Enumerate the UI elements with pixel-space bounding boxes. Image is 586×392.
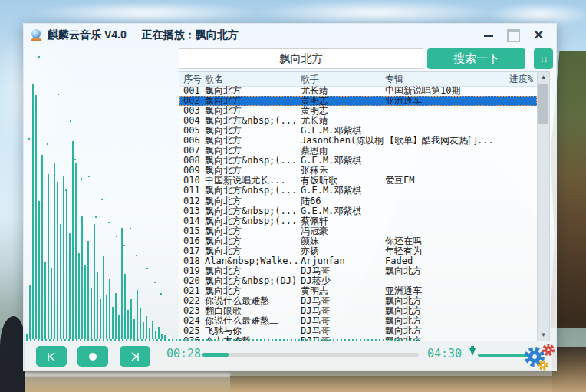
cell-no: 009 [179,166,205,176]
song-row[interactable]: 007飘向北方蔡恩雨 [179,146,537,156]
cell-singer: G.E.M.邓紫棋 [301,206,385,216]
stop-button[interactable] [77,346,108,367]
cell-album: 飘向北方 [385,296,496,306]
song-row[interactable]: 003飘向北方黄明志 [179,106,537,116]
cell-song: 飘向北方&nbsp;(... [205,116,301,126]
cell-no: 002 [179,96,205,106]
scrollbar[interactable]: ▲ ▼ [537,72,549,341]
scrollbar-thumb[interactable] [538,84,548,124]
song-row[interactable]: 017飘向北方亦扬年轻有为 [179,246,537,256]
visualizer-bar [66,189,67,339]
song-row[interactable]: 001飘向北方尤长靖中国新说唱第10期 [179,86,537,96]
song-row[interactable]: 023翻白眼歌DJ马哥飘向北方 [179,306,537,316]
song-row[interactable]: 013飘向北方&nbsp;(...G.E.M.邓紫棋 [179,206,537,216]
song-row[interactable]: 020飘向北方&nbsp;(DJ)DJ菘少 [179,276,537,286]
cell-album: 飘向北方 [385,266,496,276]
cell-no: 025 [179,326,205,336]
cell-album: 飘向北方 [385,316,496,326]
cell-song: 飘向北方&nbsp;(DJ) [205,276,301,286]
song-row[interactable]: 010中国新说唱尤长...有饭听歌爱豆FM [179,176,537,186]
download-button[interactable]: ↓↓ [534,48,553,69]
song-row[interactable]: 002飘向北方黄明志亚洲通车 [179,96,537,106]
cell-song: 飞驰与你 [205,326,301,336]
cell-song: 飘向北方 [205,166,301,176]
cell-singer: 蔡佩轩 [301,216,385,226]
song-row[interactable]: 011飘向北方&nbsp;(...G.E.M.邓紫棋 [179,186,537,196]
wave-foam [0,373,230,377]
song-row[interactable]: 025飞驰与你DJ马哥飘向北方 [179,326,537,336]
visualizer-bar [115,293,117,339]
cell-no: 014 [179,216,205,226]
visualizer-peak-dot [88,176,90,177]
scroll-down-icon[interactable]: ▼ [538,330,549,341]
cell-album: 飘向北方 [385,326,496,336]
cell-song: 飘向北方&nbsp;(... [205,156,301,166]
cell-singer: 亦扬 [301,246,385,256]
cell-no: 007 [179,146,205,156]
song-row[interactable]: 009飘向北方张秝禾 [179,166,537,176]
close-button[interactable]: ✕ [534,29,544,41]
cell-singer: 张秝禾 [301,166,385,176]
visualizer-bar [124,274,126,339]
col-header-singer: 歌手 [301,73,385,86]
visualizer-bar [149,328,150,339]
visualizer-bar [72,141,74,339]
song-row[interactable]: 014飘向北方&nbsp;(...蔡佩轩 [179,216,537,226]
minimize-button[interactable] [484,35,493,37]
visualizer-bar [35,95,37,339]
next-icon [127,351,143,362]
cell-singer: DJ马哥 [301,266,385,276]
title-bar[interactable]: 麒麟云音乐 V4.0 正在播放：飘向北方 ✕ [24,24,556,47]
settings-button[interactable] [522,342,556,371]
cell-album: 飘向北方 [385,306,496,316]
song-row[interactable]: 024你说什么最难熬二DJ马哥飘向北方 [179,316,537,326]
cell-singer: 黄明志 [301,106,385,116]
cell-no: 023 [179,306,205,316]
visualizer-bar [143,322,144,339]
song-row[interactable]: 006飘向北方JasonChen(陈以桐)【歌单】酷我网友热门... [179,136,537,146]
search-button[interactable]: 搜索一下 [427,48,525,69]
visualizer-bar [44,262,46,339]
visualizer-peak-dot [146,268,148,269]
song-row[interactable]: 004飘向北方&nbsp;(...尤长靖 [179,116,537,126]
cell-song: Alan&nbsp;Walke... [205,256,301,266]
next-button[interactable] [120,346,150,367]
scroll-up-icon[interactable]: ▲ [538,72,549,83]
song-row[interactable]: 015飘向北方冯冠豪 [179,226,537,236]
app-icon [31,29,42,41]
volume-marker-icon[interactable] [469,348,476,356]
song-row[interactable]: 012飘向北方陆66 [179,196,537,206]
cell-singer: 蔡恩雨 [301,146,385,156]
col-header-index: 序号 [179,73,205,86]
visualizer-peak-dot [38,56,40,58]
visualizer-bar [112,307,114,339]
cell-singer: DJ马哥 [301,306,385,316]
cell-no: 010 [179,176,205,186]
search-input[interactable] [179,48,423,69]
cell-no: 004 [179,116,205,126]
visualizer-peak-dot [136,255,137,256]
song-row[interactable]: 005飘向北方G.E.M.邓紫棋 [179,126,537,136]
visualizer-peak-dot [95,216,97,218]
song-row[interactable]: 016飘向北方颜妹你还在吗 [179,236,537,246]
cell-singer: 陆66 [301,196,385,206]
song-row[interactable]: 019飘向北方DJ马哥飘向北方 [179,266,537,276]
visualizer-bar [155,331,156,339]
progress-bar[interactable] [202,353,419,357]
maximize-button[interactable] [507,29,520,42]
song-row[interactable]: 022你说什么最难熬DJ马哥飘向北方 [179,296,537,306]
song-row[interactable]: 018Alan&nbsp;Walke...ArjunfanFaded [179,256,537,266]
visualizer-bar [97,272,98,339]
visualizer-bar [140,308,141,339]
song-row[interactable]: 008飘向北方&nbsp;(...G.E.M.邓紫棋 [179,156,537,166]
song-table: 序号 歌名 歌手 专辑 进度% 001飘向北方尤长靖中国新说唱第10期002飘向… [179,71,550,341]
visualizer-bar [48,174,49,339]
visualizer-bar [103,256,104,339]
song-row[interactable]: 021飘向北方黄明志亚洲通车 [179,286,537,296]
cell-album: 亚洲通车 [385,286,496,296]
visualizer-bar [69,233,71,339]
visualizer-peak-dot [32,90,34,91]
stop-icon [87,351,98,362]
previous-button[interactable] [36,346,67,367]
col-header-album: 专辑 [385,73,496,86]
